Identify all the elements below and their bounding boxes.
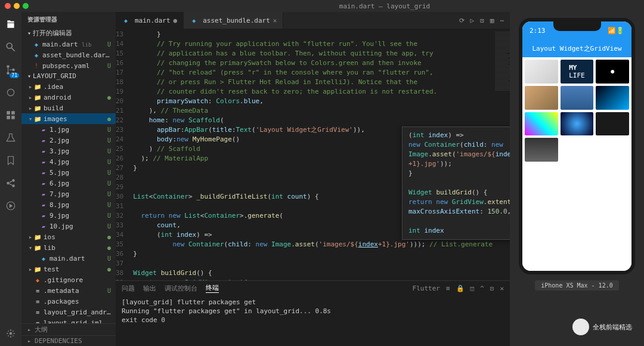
svg-rect-5 (7, 111, 10, 115)
explorer-icon[interactable] (4, 18, 17, 31)
panel-tab-terminal[interactable]: 终端 (206, 283, 219, 293)
outline-section[interactable]: ▸ 大纲 (21, 323, 116, 335)
maximize-icon[interactable] (23, 3, 29, 9)
svg-point-4 (7, 89, 14, 95)
watermark: 全栈前端精选 (572, 319, 632, 335)
line-gutter[interactable]: 1314151617181920212223242526272829303132… (116, 29, 128, 280)
editor-tab[interactable]: ◈main.dart● (116, 12, 184, 29)
tree-item[interactable]: ▰10.jpgU (21, 221, 116, 231)
editor-tab[interactable]: ◈asset_bundle.dart✕ (184, 12, 283, 29)
extensions-icon[interactable] (4, 109, 17, 122)
tree-item[interactable]: ◆.gitignore (21, 274, 116, 285)
panel-tabs: 问题 输出 调试控制台 终端 Flutter ≡ 🔒 ◫ ^ ⊡ ✕ (116, 281, 510, 295)
svg-rect-6 (11, 111, 15, 115)
svg-point-1 (7, 65, 10, 68)
tree-item[interactable]: ▰8.jpgU (21, 199, 116, 210)
tree-item[interactable]: ▸📁build (21, 103, 116, 113)
editor-actions: ⟳ ▷ ⊡ ▥ ⋯ (453, 12, 510, 29)
source-control-icon[interactable] (4, 63, 17, 76)
window-controls[interactable] (5, 3, 29, 9)
tree-item[interactable]: ▾📁lib● (21, 242, 116, 253)
wechat-icon (572, 319, 589, 335)
panel-maximize-icon[interactable]: ^ (480, 285, 484, 292)
svg-point-9 (7, 182, 10, 185)
tree-item[interactable]: ▸📁.idea (21, 81, 116, 92)
tree-item[interactable]: ▰7.jpgU (21, 189, 116, 199)
open-editor-item[interactable]: ◈asset_bundle.dart ~/development/flutt..… (21, 50, 116, 60)
grid-image-5 (561, 86, 594, 110)
minimize-icon[interactable] (14, 3, 20, 9)
svg-point-0 (7, 43, 12, 48)
grid-image-10 (525, 138, 558, 162)
terminal-output[interactable]: [layout_grid] flutter packages get Runni… (116, 295, 510, 346)
svg-point-10 (12, 179, 15, 182)
tree-item[interactable]: ▰9.jpgU (21, 210, 116, 221)
tree-item[interactable]: ≡layout_grid_android.iml (21, 307, 116, 317)
panel-dropdown[interactable]: Flutter (413, 285, 440, 292)
grid-image-1 (525, 60, 558, 84)
debug-icon[interactable] (4, 86, 17, 99)
grid-image-4 (525, 86, 558, 110)
dependencies-section[interactable]: ▸ DEPENDENCIES (21, 335, 116, 346)
panel-tab-debug[interactable]: 调试控制台 (165, 284, 197, 293)
tree-item[interactable]: ≡.metadataU (21, 285, 116, 296)
panel-split-icon[interactable]: ◫ (470, 285, 475, 292)
run-icon[interactable]: ▷ (470, 17, 475, 24)
tree-item[interactable]: ▰3.jpgU (21, 146, 116, 156)
editor-area: ◈main.dart●◈asset_bundle.dart✕ ⟳ ▷ ⊡ ▥ ⋯… (116, 12, 510, 346)
tree-item[interactable]: ▰5.jpgU (21, 167, 116, 178)
panel-lock-icon[interactable]: 🔒 (456, 285, 465, 292)
close-icon[interactable] (5, 3, 11, 9)
share-icon[interactable] (4, 177, 17, 190)
grid-image-7 (525, 112, 558, 136)
panel-tab-problems[interactable]: 问题 (122, 284, 135, 293)
titlebar: main.dart — layout_grid (0, 0, 644, 12)
panel-more-icon[interactable]: ⊡ (490, 285, 494, 292)
device-preview: 2:13 📶🔋 Layout Widget之GridView MYLIFE ● … (510, 12, 644, 346)
bottom-panel: 问题 输出 调试控制台 终端 Flutter ≡ 🔒 ◫ ^ ⊡ ✕ [layo… (116, 280, 510, 346)
tree-item[interactable]: ▰1.jpgU (21, 124, 116, 135)
device-icon[interactable]: ⊡ (480, 17, 484, 24)
tree-item[interactable]: ▰6.jpgU (21, 178, 116, 189)
phone-appbar: Layout Widget之GridView (522, 39, 631, 57)
tree-item[interactable]: ▸📁ios● (21, 231, 116, 242)
project-section[interactable]: ▾ LAYOUT_GRID (21, 71, 116, 81)
tree-item[interactable]: ▰4.jpgU (21, 156, 116, 167)
grid-image-6 (596, 86, 629, 110)
tree-item[interactable]: ▸📁test● (21, 264, 116, 274)
open-editor-item[interactable]: !pubspec.yaml U (21, 60, 116, 71)
svg-rect-8 (11, 116, 15, 119)
open-editor-item[interactable]: ◈main.dart libU (21, 39, 116, 50)
svg-point-2 (7, 72, 10, 75)
gear-icon[interactable] (4, 327, 17, 340)
play-icon[interactable] (4, 199, 17, 212)
panel-close-icon[interactable]: ✕ (500, 285, 504, 292)
refresh-icon[interactable]: ⟳ (459, 17, 465, 24)
open-editors-section[interactable]: ▾ 打开的编辑器 (21, 27, 116, 39)
search-icon[interactable] (4, 41, 17, 54)
tree-item[interactable]: ≡layout_grid.iml (21, 317, 116, 323)
panel-tab-output[interactable]: 输出 (143, 284, 156, 293)
file-tree: ▸📁.idea▸📁android●▸📁build▾📁images●▰1.jpgU… (21, 81, 116, 323)
flask-icon[interactable] (4, 131, 17, 144)
grid-image-3: ● (596, 60, 629, 84)
split-icon[interactable]: ▥ (490, 17, 494, 24)
editor-tabs: ◈main.dart●◈asset_bundle.dart✕ ⟳ ▷ ⊡ ▥ ⋯ (116, 12, 510, 29)
tree-item[interactable]: ▾📁images● (21, 113, 116, 124)
sidebar: 资源管理器 ▾ 打开的编辑器 ◈main.dart libU◈asset_bun… (21, 12, 116, 346)
panel-clear-icon[interactable]: ≡ (446, 285, 450, 292)
device-label[interactable]: iPhone XS Max - 12.0 (535, 280, 618, 291)
more-icon[interactable]: ⋯ (500, 17, 504, 24)
grid-image-9 (596, 112, 629, 136)
hover-tooltip: (int index) => new Container(child: new … (402, 126, 510, 240)
bookmark-icon[interactable] (4, 154, 17, 167)
tree-item[interactable]: ≡.packages (21, 296, 116, 307)
phone-grid: MYLIFE ● (522, 57, 631, 271)
phone-notch (553, 21, 601, 31)
explorer-header: 资源管理器 (21, 12, 116, 27)
tree-item[interactable]: ▸📁android● (21, 92, 116, 103)
signal-icon: 📶🔋 (608, 27, 624, 35)
tree-item[interactable]: ▰2.jpgU (21, 135, 116, 146)
tree-item[interactable]: ◈main.dartU (21, 253, 116, 264)
phone-frame: 2:13 📶🔋 Layout Widget之GridView MYLIFE ● (519, 18, 635, 274)
